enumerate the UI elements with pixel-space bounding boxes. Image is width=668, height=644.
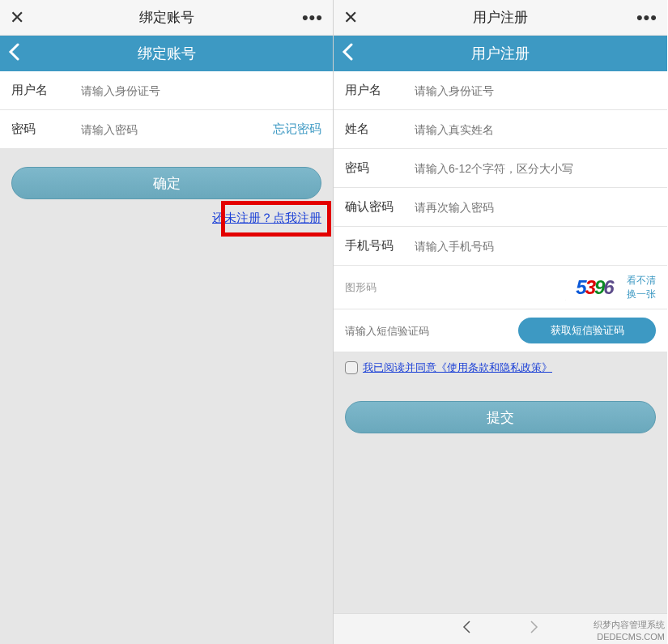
- close-icon[interactable]: ✕: [10, 7, 34, 28]
- footer-watermark: 织梦内容管理系统 DEDECMS.COM: [594, 619, 665, 642]
- close-icon[interactable]: ✕: [343, 7, 368, 28]
- username-label: 用户名: [11, 83, 81, 98]
- captcha-image: 5396: [565, 275, 623, 301]
- confirm-button-label: 确定: [153, 174, 181, 193]
- confirm-password-input[interactable]: [415, 201, 656, 214]
- titlebar-title: 绑定账号: [139, 8, 194, 27]
- nav-forward-icon[interactable]: [529, 620, 540, 638]
- footer-line1: 织梦内容管理系统: [594, 619, 665, 630]
- back-icon[interactable]: [342, 43, 353, 64]
- more-icon[interactable]: •••: [299, 7, 323, 28]
- subheader-title: 用户注册: [334, 44, 667, 63]
- forgot-password-link[interactable]: 忘记密码: [273, 122, 321, 137]
- subheader: 绑定账号: [0, 36, 333, 71]
- register-link[interactable]: 还未注册？点我注册: [212, 211, 321, 224]
- agree-checkbox[interactable]: [345, 361, 358, 374]
- password-label: 密码: [345, 160, 415, 176]
- phone-label: 手机号码: [345, 238, 415, 254]
- agree-terms-link[interactable]: 我已阅读并同意《使用条款和隐私政策》: [363, 360, 552, 375]
- name-label: 姓名: [345, 122, 415, 137]
- subheader: 用户注册: [334, 36, 667, 71]
- back-icon[interactable]: [8, 43, 19, 64]
- confirm-button[interactable]: 确定: [11, 167, 321, 199]
- get-sms-button[interactable]: 获取短信验证码: [518, 318, 656, 343]
- nav-back-icon[interactable]: [461, 620, 472, 638]
- captcha-cant-see[interactable]: 看不清: [627, 274, 656, 288]
- captcha-refresh[interactable]: 换一张: [627, 288, 656, 301]
- username-label: 用户名: [345, 83, 415, 98]
- footer-line2: DEDECMS.COM: [594, 631, 665, 642]
- more-icon[interactable]: •••: [633, 7, 657, 28]
- get-sms-button-label: 获取短信验证码: [551, 323, 624, 338]
- subheader-title: 绑定账号: [0, 44, 333, 63]
- username-input[interactable]: [81, 84, 321, 97]
- submit-button-label: 提交: [487, 408, 514, 427]
- password-label: 密码: [11, 122, 81, 137]
- phone-input[interactable]: [415, 240, 656, 253]
- name-input[interactable]: [415, 123, 656, 136]
- password-input[interactable]: [415, 162, 656, 175]
- sms-code-input[interactable]: [345, 325, 518, 337]
- titlebar-title: 用户注册: [473, 8, 528, 27]
- username-input[interactable]: [415, 84, 656, 97]
- confirm-password-label: 确认密码: [345, 199, 415, 215]
- password-input[interactable]: [81, 123, 273, 136]
- captcha-label: 图形码: [345, 280, 392, 295]
- submit-button[interactable]: 提交: [345, 401, 656, 433]
